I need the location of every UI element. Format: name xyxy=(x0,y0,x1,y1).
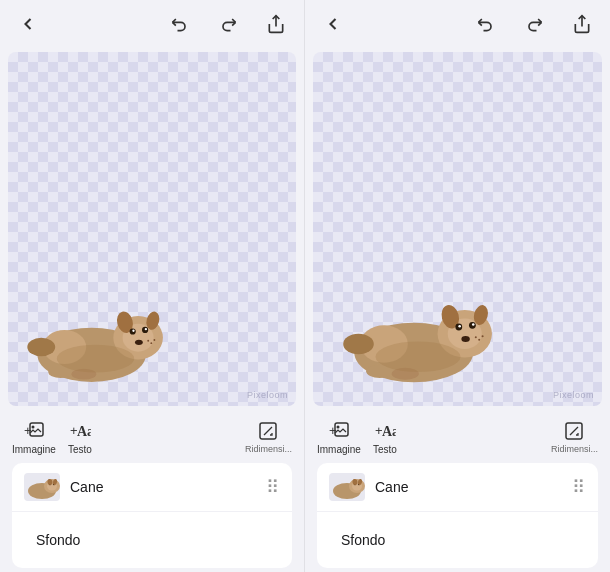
svg-rect-52 xyxy=(335,423,348,436)
right-layer-thumb xyxy=(329,473,365,501)
svg-point-47 xyxy=(376,341,461,372)
right-share-button[interactable] xyxy=(566,8,598,40)
right-add-text-label: Testo xyxy=(373,444,397,455)
left-back-button[interactable] xyxy=(12,8,44,40)
svg-point-41 xyxy=(458,324,461,327)
right-back-button[interactable] xyxy=(317,8,349,40)
left-share-button[interactable] xyxy=(260,8,292,40)
svg-point-43 xyxy=(461,335,470,341)
right-redo-button[interactable] xyxy=(518,8,550,40)
right-toolbar-row: + Immagine + Aa T xyxy=(317,418,598,459)
svg-point-10 xyxy=(145,328,147,330)
right-sfondo-label: Sfondo xyxy=(329,522,586,558)
right-resize-btn[interactable]: Ridimensi... xyxy=(551,420,598,454)
left-layer-thumb xyxy=(24,473,60,501)
left-toolbar-row: + Immagine + Aa T xyxy=(12,418,292,459)
svg-point-9 xyxy=(132,330,134,332)
svg-point-17 xyxy=(150,342,152,344)
svg-point-48 xyxy=(475,336,477,338)
svg-text:Aa: Aa xyxy=(382,424,396,439)
left-add-image-btn[interactable]: + Immagine xyxy=(12,418,56,455)
svg-point-42 xyxy=(472,323,475,326)
left-watermark: Pixeloom xyxy=(247,390,288,400)
left-dog-image xyxy=(18,285,173,386)
left-topbar xyxy=(0,0,304,48)
svg-point-50 xyxy=(482,335,484,337)
left-resize-btn[interactable]: Ridimensi... xyxy=(245,420,292,454)
left-add-text-label: Testo xyxy=(68,444,92,455)
right-layer-sfondo[interactable]: Sfondo xyxy=(317,512,598,568)
right-topbar-actions xyxy=(470,8,598,40)
svg-point-15 xyxy=(57,345,135,373)
right-layer-cane[interactable]: Cane ⠿ xyxy=(317,463,598,512)
left-add-text-btn[interactable]: + Aa Testo xyxy=(68,418,92,455)
right-layer-cane-dots[interactable]: ⠿ xyxy=(572,476,586,498)
svg-point-21 xyxy=(31,426,34,429)
left-layer-cane-dots[interactable]: ⠿ xyxy=(266,476,280,498)
right-add-image-btn[interactable]: + Immagine xyxy=(317,418,361,455)
right-canvas[interactable]: Pixeloom xyxy=(313,52,602,406)
right-add-text-icon: + Aa xyxy=(373,418,397,442)
main-container: Pixeloom + Immagine xyxy=(0,0,610,572)
left-layer-sfondo[interactable]: Sfondo xyxy=(12,512,292,568)
left-bottom-toolbar: + Immagine + Aa T xyxy=(0,410,304,572)
svg-point-11 xyxy=(135,340,143,345)
left-resize-label: Ridimensi... xyxy=(245,444,292,454)
right-add-image-label: Immagine xyxy=(317,444,361,455)
right-resize-label: Ridimensi... xyxy=(551,444,598,454)
svg-point-49 xyxy=(478,338,480,340)
left-undo-button[interactable] xyxy=(164,8,196,40)
right-bottom-toolbar: + Immagine + Aa T xyxy=(305,410,610,572)
svg-point-18 xyxy=(153,339,155,341)
left-canvas[interactable]: Pixeloom xyxy=(8,52,296,406)
right-undo-button[interactable] xyxy=(470,8,502,40)
left-topbar-actions xyxy=(164,8,292,40)
right-watermark: Pixeloom xyxy=(553,390,594,400)
left-add-image-label: Immagine xyxy=(12,444,56,455)
svg-rect-20 xyxy=(30,423,43,436)
left-add-image-icon: + xyxy=(22,418,46,442)
right-dog-image xyxy=(333,276,503,387)
left-add-text-icon: + Aa xyxy=(68,418,92,442)
left-panel: Pixeloom + Immagine xyxy=(0,0,305,572)
left-layer-cane[interactable]: Cane ⠿ xyxy=(12,463,292,512)
svg-point-14 xyxy=(27,338,55,357)
right-add-text-btn[interactable]: + Aa Testo xyxy=(373,418,397,455)
left-layer-section: Cane ⠿ Sfondo xyxy=(12,463,292,568)
left-layer-cane-label: Cane xyxy=(70,479,256,495)
left-sfondo-label: Sfondo xyxy=(24,522,280,558)
svg-text:Aa: Aa xyxy=(77,424,91,439)
svg-point-16 xyxy=(147,340,149,342)
right-panel: Pixeloom + Immagine xyxy=(305,0,610,572)
svg-point-46 xyxy=(343,333,374,353)
right-layer-cane-label: Cane xyxy=(375,479,562,495)
right-add-image-icon: + xyxy=(327,418,351,442)
right-topbar xyxy=(305,0,610,48)
left-redo-button[interactable] xyxy=(212,8,244,40)
svg-point-53 xyxy=(336,426,339,429)
right-layer-section: Cane ⠿ Sfondo xyxy=(317,463,598,568)
